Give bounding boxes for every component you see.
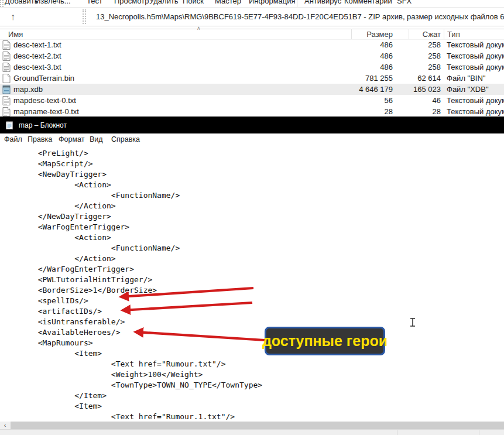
file-row[interactable]: mapname-text-0.txt 28 28 Текстовый докум [0,106,504,117]
file-row[interactable]: desc-text-3.txt 486 258 Текстовый докум [0,61,504,73]
text-file-icon [2,52,11,61]
bin-file-icon [2,74,11,83]
toolbar-button-find[interactable]: Поиск [183,0,204,5]
toolbar-button-sfx[interactable]: SFX [397,0,412,5]
notepad-menu-bar: Файл Правка Формат Вид Справка [0,133,504,147]
notepad-icon [5,121,14,130]
scrollbar-thumb[interactable] [11,422,504,429]
file-row-selected[interactable]: map.xdb 4 646 179 165 023 Файл "XDB" [0,84,504,95]
file-list-header: Имя Размер Сжат Тип [0,29,504,40]
status-divider [397,430,397,435]
file-row[interactable]: mapdesc-text-0.txt 56 46 Текстовый докум [0,95,504,106]
text-file-icon [2,96,11,105]
notepad-title-bar[interactable]: map – Блокнот [0,117,504,133]
toolbar-button-delete[interactable]: Удалить [149,0,179,5]
toolbar-button-comment[interactable]: Комментарий [344,0,392,5]
menu-file[interactable]: Файл [4,135,22,143]
status-divider [479,430,479,435]
sort-indicator-icon: ∧ [197,26,201,30]
column-header-size[interactable]: Размер [351,29,409,39]
menu-view[interactable]: Вид [90,135,103,143]
menu-help[interactable]: Справка [111,135,140,143]
menu-edit[interactable]: Правка [28,135,52,143]
column-header-packed[interactable]: Сжат [409,29,444,39]
notepad-window-title: map – Блокнот [19,121,67,129]
column-header-name[interactable]: Имя [0,29,351,39]
column-header-type[interactable]: Тип [444,29,504,39]
file-list: desc-text-1.txt 486 258 Текстовый докум … [0,39,504,117]
toolbar-button-info[interactable]: Информация [249,0,296,5]
toolbar-button-wizard[interactable]: Мастер [215,0,241,5]
toolbar-separator [297,0,297,7]
up-directory-button[interactable]: ↑ [6,10,20,24]
tooltip-text: доступные герои [262,333,388,350]
toolbar-button-add[interactable]: Добавить [5,0,38,5]
toolbar-button-virusscan[interactable]: Антивирус [304,0,341,5]
text-file-icon [2,107,11,117]
file-row[interactable]: desc-text-1.txt 486 258 Текстовый докум [0,39,504,50]
xml-code: <PreLight/> <MapScript/> <NewDayTrigger>… [0,146,504,420]
toolbar-button-test[interactable]: Тест [87,0,102,5]
notepad-status-bar [0,429,504,435]
archive-path: 13_Necropolis.h5m\Maps\RMG\9BBCF619-5E77… [96,12,504,21]
horizontal-scrollbar[interactable]: ‹ [0,422,504,429]
toolbar-button-view[interactable]: Просмотр [114,0,149,5]
winrar-toolbar: Добавить Извлечь... Тест Просмотр Удалит… [0,0,504,8]
file-row[interactable]: desc-text-2.txt 486 258 Текстовый докум [0,50,504,61]
scroll-left-arrow-icon[interactable]: ‹ [0,422,10,429]
menu-format[interactable]: Формат [59,135,84,143]
winrar-window: Добавить Извлечь... Тест Просмотр Удалит… [0,0,504,117]
file-row[interactable]: GroundTerrain.bin 781 255 62 614 Файл "B… [0,73,504,84]
text-file-icon [2,40,11,50]
text-file-icon [2,63,11,72]
notepad-window: map – Блокнот Файл Правка Формат Вид Спр… [0,117,504,435]
annotation-tooltip: доступные герои [265,327,385,355]
toolbar-button-extract[interactable]: Извлечь... [35,0,71,5]
address-bar: ↑ 13_Necropolis.h5m\Maps\RMG\9BBCF619-5E… [0,8,504,26]
address-field[interactable]: 13_Necropolis.h5m\Maps\RMG\9BBCF619-5E77… [91,9,504,25]
address-grip [85,9,87,24]
xdb-file-icon [2,85,11,94]
notepad-text-area[interactable]: <PreLight/> <MapScript/> <NewDayTrigger>… [0,146,504,420]
